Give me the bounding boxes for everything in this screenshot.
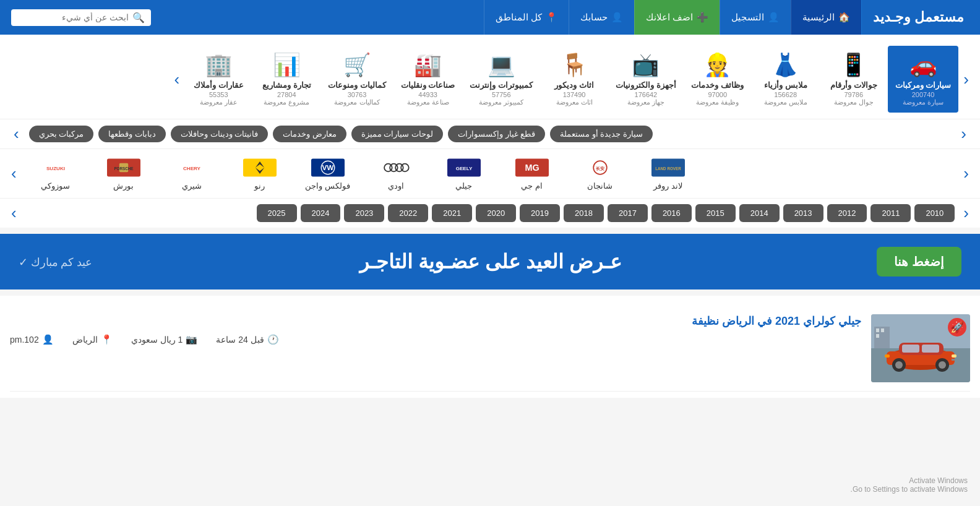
category-item-computers[interactable]: 💻 كمبيوترات وإنترنت 57756كمبيوتر معروضة	[462, 46, 540, 113]
user-icon: 👤	[42, 334, 54, 345]
brand-item-changan[interactable]: 长安 شانجان	[566, 154, 634, 193]
category-item-factories[interactable]: 🏭 صناعات ونقليات 44933صناعة معروضة	[393, 46, 463, 113]
nav-register[interactable]: 👤 التسجيل	[720, 0, 791, 35]
listing-image: 🚀	[871, 314, 970, 382]
brand-item-geely[interactable]: GEELY جيلي	[430, 154, 498, 193]
brand-name-changan: شانجان	[587, 181, 612, 191]
svg-rect-45	[952, 359, 955, 361]
category-item-trade[interactable]: 📊 تجارة ومشاريع 27804مشروع معروضة	[252, 46, 320, 113]
brand-logo-audi	[377, 157, 415, 179]
header: مستعمل وجـديد 🏠 الرئيسية 👤 التسجيل ➕ اضف…	[0, 0, 980, 35]
price-icon: 📷	[186, 334, 197, 345]
year-btn-2022[interactable]: 2022	[388, 204, 428, 222]
sub-tag-2[interactable]: لوحات سيارات مميزة	[351, 126, 443, 142]
categories-next-arrow[interactable]: ›	[170, 70, 185, 89]
year-btn-2020[interactable]: 2020	[476, 204, 516, 222]
year-btn-2019[interactable]: 2019	[520, 204, 560, 222]
brand-item-volkswagen[interactable]: VW فولكس واجن	[294, 154, 362, 193]
brand-item-suzuki[interactable]: SUZUKI سوزوكي	[22, 154, 90, 193]
category-icon-accessories: 🛒	[343, 52, 371, 78]
year-btn-2013[interactable]: 2013	[783, 204, 823, 222]
listing-title[interactable]: جيلي كولراي 2021 في الرياض نظيفة	[10, 314, 861, 328]
year-btn-2025[interactable]: 2025	[257, 204, 297, 222]
category-icon-trade: 📊	[273, 52, 301, 78]
brand-item-renault[interactable]: رنو	[226, 154, 294, 193]
brand-item-porsche[interactable]: PORSCHE بورش	[90, 154, 158, 193]
regions-icon: 📍	[546, 12, 557, 23]
add-icon: ➕	[697, 12, 708, 23]
location-icon: 📍	[101, 334, 113, 345]
brand-logo-volkswagen: VW	[309, 157, 346, 179]
category-item-realestate[interactable]: 🏢 عقارات وأملاك 55353عقار معروضة	[184, 46, 252, 113]
category-item-electronics[interactable]: 📺 أجهزة والكترونيات 176642جهاز معروضة	[608, 46, 684, 113]
year-btn-2011[interactable]: 2011	[870, 204, 911, 222]
year-btn-2014[interactable]: 2014	[739, 204, 780, 222]
svg-text:SUZUKI: SUZUKI	[46, 166, 65, 172]
listing-time: قبل 24 ساعة	[216, 335, 264, 345]
brand-item-land-rover[interactable]: LAND ROVER لاند روفر	[634, 154, 702, 193]
year-btn-2023[interactable]: 2023	[344, 204, 384, 222]
category-icon-cars: 🚗	[909, 52, 937, 78]
year-btn-2010[interactable]: 2010	[914, 204, 955, 222]
nav-account[interactable]: 👤 حسابك	[569, 0, 634, 35]
sub-tag-6[interactable]: مركبات بحري	[29, 126, 94, 142]
logo[interactable]: مستعمل وجـديد	[861, 0, 975, 35]
years-prev-arrow[interactable]: ‹	[958, 204, 974, 223]
register-icon: 👤	[768, 12, 780, 23]
category-icon-jobs: 👷	[703, 52, 731, 78]
nav-home-label: الرئيسية	[802, 12, 835, 23]
year-btn-2024[interactable]: 2024	[301, 204, 341, 222]
svg-text:CHERY: CHERY	[183, 166, 201, 172]
sub-tag-4[interactable]: فانيتات ودينات وحافلات	[171, 126, 268, 142]
brand-item-audi[interactable]: اودي	[362, 154, 430, 193]
years-next-arrow[interactable]: ›	[6, 204, 22, 223]
category-name-accessories: كماليات ومنوعات	[328, 80, 386, 90]
subtags-prev-arrow[interactable]: ‹	[956, 124, 971, 144]
category-item-clothes[interactable]: 👗 ملابس وأزياء 156628ملابس معروضة	[752, 46, 820, 113]
sub-tag-0[interactable]: سيارة جديدة أو مستعملة	[550, 126, 653, 142]
nav-regions-label: كل المناطق	[496, 12, 542, 23]
category-name-electronics: أجهزة والكترونيات	[616, 80, 676, 90]
sub-tag-3[interactable]: معارض وخدمات	[273, 126, 346, 142]
search-box[interactable]: 🔍	[11, 9, 151, 26]
category-name-trade: تجارة ومشاريع	[262, 80, 311, 90]
brand-logo-mg: MG	[514, 157, 551, 179]
brand-item-mg[interactable]: MG ام جي	[498, 154, 566, 193]
svg-point-42	[939, 361, 946, 369]
brand-name-chery: شيري	[182, 181, 202, 191]
category-item-cars[interactable]: 🚗 سيارات ومركبات 200740سيارة معروضة	[888, 46, 959, 113]
category-item-accessories[interactable]: 🛒 كماليات ومنوعات 30763كماليات معروضة	[320, 46, 393, 113]
category-item-jobs[interactable]: 👷 وظائف وخدمات 97000وظيفة معروضة	[684, 46, 752, 113]
year-btn-2021[interactable]: 2021	[432, 204, 472, 222]
promo-button[interactable]: إضغط هنا	[877, 247, 961, 277]
category-name-clothes: ملابس وأزياء	[764, 80, 807, 90]
brand-name-renault: رنو	[254, 181, 265, 191]
nav-add-ad[interactable]: ➕ اضف اعلانك	[634, 0, 720, 35]
year-btn-2018[interactable]: 2018	[564, 204, 604, 222]
brands-next-arrow[interactable]: ›	[6, 164, 22, 183]
category-name-cars: سيارات ومركبات	[895, 80, 952, 90]
year-btn-2017[interactable]: 2017	[608, 204, 648, 222]
category-item-phones[interactable]: 📱 جوالات وأرقام 79786جوال معروضة	[820, 46, 888, 113]
svg-rect-43	[952, 354, 956, 358]
header-nav: 🏠 الرئيسية 👤 التسجيل ➕ اضف اعلانك 👤 حساب…	[157, 0, 861, 35]
category-count-phones: 79786جوال معروضة	[834, 91, 874, 106]
brand-item-chery[interactable]: CHERY شيري	[158, 154, 226, 193]
subtags-next-arrow[interactable]: ›	[9, 124, 24, 144]
categories-prev-arrow[interactable]: ‹	[958, 70, 974, 89]
search-input[interactable]	[17, 12, 129, 22]
brand-logo-suzuki: SUZUKI	[37, 157, 74, 179]
year-btn-2012[interactable]: 2012	[827, 204, 867, 222]
category-name-realestate: عقارات وأملاك	[194, 80, 244, 90]
svg-point-40	[895, 361, 903, 369]
sub-tag-1[interactable]: قطع غيار وإكسسوارات	[448, 126, 545, 142]
category-count-clothes: 156628ملابس معروضة	[764, 91, 807, 106]
brands-prev-arrow[interactable]: ‹	[958, 164, 974, 183]
account-icon: 👤	[611, 12, 623, 23]
nav-home[interactable]: 🏠 الرئيسية	[791, 0, 861, 35]
sub-tag-5[interactable]: دبابات وقطعها	[98, 126, 166, 142]
year-btn-2015[interactable]: 2015	[695, 204, 736, 222]
nav-regions[interactable]: 📍 كل المناطق	[484, 0, 569, 35]
category-item-furniture[interactable]: 🪑 اثاث وديكور 137490اثاث معروضة	[540, 46, 608, 113]
year-btn-2016[interactable]: 2016	[651, 204, 692, 222]
